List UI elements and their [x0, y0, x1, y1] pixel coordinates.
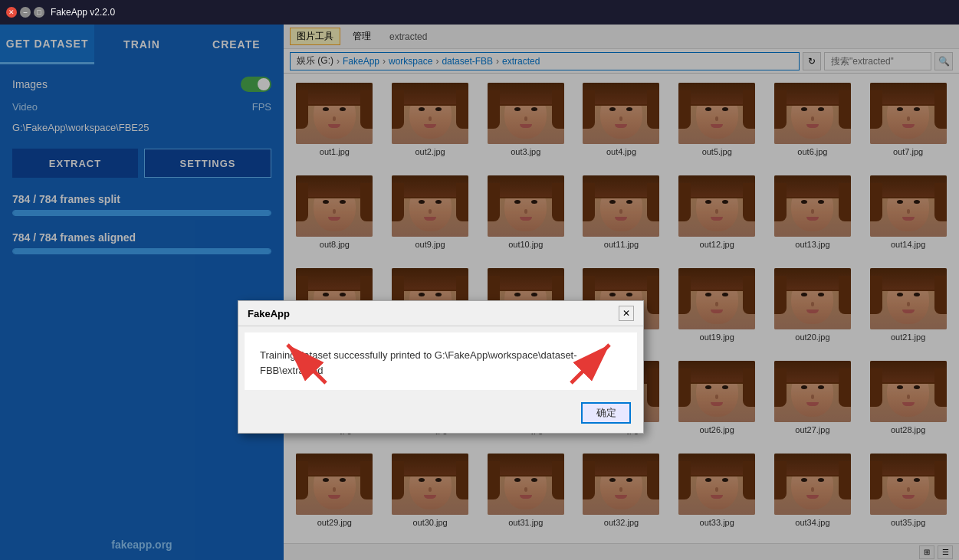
- app-title: FakeApp v2.2.0: [51, 7, 115, 18]
- dialog-content: Training dataset successfully printed to…: [245, 332, 637, 390]
- close-button[interactable]: ✕: [6, 7, 17, 18]
- dialog-overlay: FakeApp ✕ Training dataset successfully …: [0, 25, 959, 560]
- dialog: FakeApp ✕ Training dataset successfully …: [238, 300, 644, 434]
- title-bar: ✕ – □ FakeApp v2.2.0: [0, 0, 959, 25]
- dialog-ok-button[interactable]: 确定: [581, 402, 631, 424]
- dialog-title: FakeApp: [248, 308, 290, 319]
- dialog-footer: 确定: [238, 396, 643, 433]
- dialog-title-bar: FakeApp ✕: [238, 301, 643, 326]
- minimize-button[interactable]: –: [20, 7, 31, 18]
- maximize-button[interactable]: □: [34, 7, 44, 18]
- dialog-close-button[interactable]: ✕: [619, 306, 634, 321]
- window-controls: ✕ – □: [6, 7, 44, 18]
- dialog-message: Training dataset successfully printed to…: [260, 349, 577, 376]
